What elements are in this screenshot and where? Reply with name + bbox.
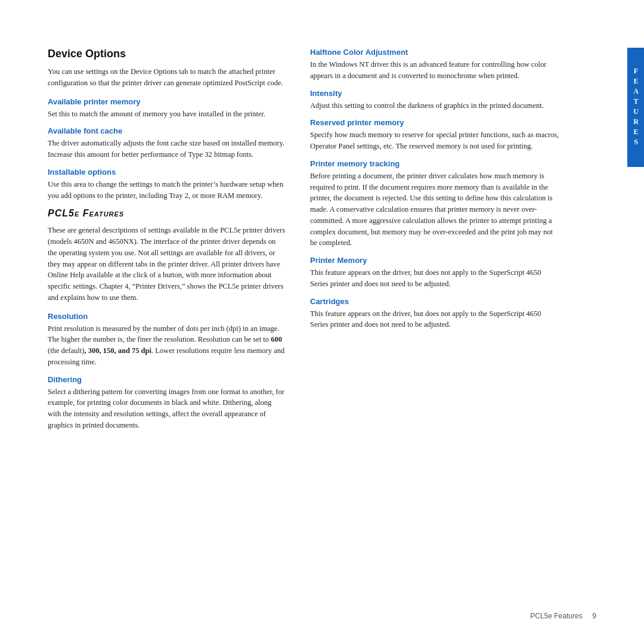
tracking-heading: Printer memory tracking — [310, 159, 561, 168]
intensity-body: Adjust this setting to control the darkn… — [310, 100, 561, 112]
footer: PCL5e Features 9 — [530, 612, 596, 620]
halftone-body: In the Windows NT driver this is an adva… — [310, 59, 561, 82]
footer-page: 9 — [592, 612, 596, 620]
reserved-heading: Reserved printer memory — [310, 118, 561, 127]
avail-memory-body: Set this to match the amount of memory y… — [48, 109, 286, 120]
device-options-title: Device Options — [48, 48, 286, 60]
avail-font-body: The driver automatically adjusts the fon… — [48, 138, 286, 160]
avail-memory-heading: Available printer memory — [48, 97, 286, 106]
avail-font-heading: Available font cache — [48, 126, 286, 135]
features-side-tab: FEATURES — [627, 48, 644, 167]
reserved-body: Specify how much memory to reserve for s… — [310, 129, 561, 152]
dithering-heading: Dithering — [48, 375, 286, 384]
cartridges-body: This feature appears on the driver, but … — [310, 308, 561, 331]
footer-text: PCL5e Features — [530, 612, 582, 620]
pcl-heading: PCL5e Features — [48, 208, 286, 219]
installable-body: Use this area to change the settings to … — [48, 179, 286, 202]
resolution-body: Print resolution is measured by the numb… — [48, 323, 286, 368]
pcl-intro: These are general descriptions of settin… — [48, 225, 286, 303]
content-area: Device Options You can use settings on t… — [48, 48, 596, 608]
printer-memory-heading: Printer Memory — [310, 256, 561, 265]
halftone-heading: Halftone Color Adjustment — [310, 48, 561, 57]
printer-memory-body: This feature appears on the driver, but … — [310, 267, 561, 290]
device-options-intro: You can use settings on the Device Optio… — [48, 66, 286, 89]
side-tab-text: FEATURES — [631, 67, 640, 148]
cartridges-heading: Cartridges — [310, 297, 561, 306]
dithering-body: Select a dithering pattern for convertin… — [48, 386, 286, 431]
intensity-heading: Intensity — [310, 89, 561, 98]
tracking-body: Before printing a document, the printer … — [310, 171, 561, 249]
right-column: Halftone Color Adjustment In the Windows… — [304, 48, 561, 608]
left-column: Device Options You can use settings on t… — [48, 48, 304, 608]
page: Device Options You can use settings on t… — [0, 0, 644, 644]
installable-heading: Installable options — [48, 168, 286, 177]
resolution-heading: Resolution — [48, 312, 286, 321]
